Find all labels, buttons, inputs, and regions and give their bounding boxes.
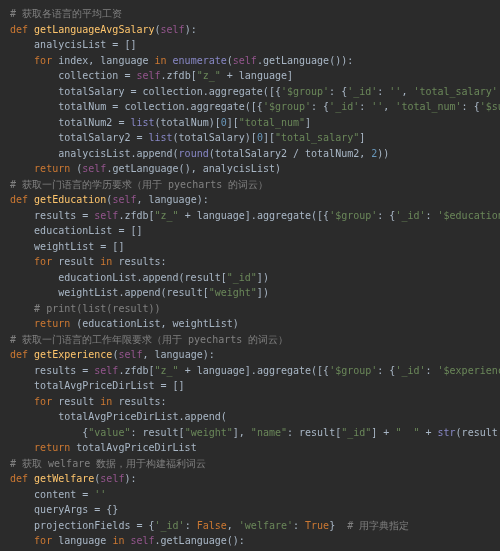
token-bool: False [197, 520, 227, 531]
token-kw: return [34, 442, 76, 453]
token-punc: .getLanguage(): [155, 535, 245, 546]
code-line[interactable]: totalNum2 = list(totalNum)[0]["total_num… [10, 115, 500, 131]
token-punc: educationList = [] [34, 225, 142, 236]
token-str: '$sum [480, 101, 500, 112]
code-line[interactable]: educationList.append(result["_id"]) [10, 270, 500, 286]
token-punc: ): [124, 473, 136, 484]
token-punc: .getLanguage(), analycisList) [106, 163, 281, 174]
token-cm: # 用字典指定 [347, 520, 409, 531]
token-str: "total_salary" [275, 132, 359, 143]
token-builtin: list [130, 117, 154, 128]
token-str: "value" [88, 427, 130, 438]
code-line[interactable]: weightList = [] [10, 239, 500, 255]
token-punc: (educationList, weightList) [76, 318, 239, 329]
token-fn: getEducation [34, 194, 106, 205]
token-param: self [82, 163, 106, 174]
code-line[interactable]: totalNum = collection.aggregate([{'$grou… [10, 99, 500, 115]
code-editor[interactable]: # 获取各语言的平均工资def getLanguageAvgSalary(sel… [0, 0, 500, 551]
token-builtin: round [179, 148, 209, 159]
token-str: '_id' [329, 101, 359, 112]
token-str: '$group' [329, 210, 377, 221]
token-punc: : { [462, 101, 480, 112]
code-line[interactable]: for index, language in enumerate(self.ge… [10, 53, 500, 69]
token-punc: , language): [143, 349, 215, 360]
code-line[interactable]: collection = self.zfdb["z_" + language] [10, 68, 500, 84]
token-punc: : [359, 101, 371, 112]
token-str: "_id" [227, 272, 257, 283]
token-builtin: str [438, 427, 456, 438]
code-line[interactable]: for language in self.getLanguage(): [10, 533, 500, 549]
code-line[interactable]: results = self.zfdb["z_" + language].agg… [10, 363, 500, 379]
code-line[interactable]: totalSalary2 = list(totalSalary)[0]["tot… [10, 130, 500, 146]
code-line[interactable]: return totalAvgPriceDirList [10, 440, 500, 456]
code-line[interactable]: return (educationList, weightList) [10, 316, 500, 332]
token-bool: True [305, 520, 329, 531]
token-punc: ][ [263, 132, 275, 143]
token-punc: .zfdb[ [161, 70, 197, 81]
token-punc: : result[ [287, 427, 341, 438]
code-line[interactable]: def getExperience(self, language): [10, 347, 500, 363]
token-str: "weight" [185, 427, 233, 438]
token-punc: totalSalary = collection.aggregate([{ [58, 86, 281, 97]
code-line[interactable]: # print(list(result)) [10, 301, 500, 317]
code-line[interactable]: def getEducation(self, language): [10, 192, 500, 208]
token-param: self [94, 210, 118, 221]
token-punc: ], [233, 427, 251, 438]
code-line[interactable]: for result in results: [10, 394, 500, 410]
token-fn: getWelfare [34, 473, 94, 484]
code-line[interactable]: {"value": result["weight"], "name": resu… [10, 425, 500, 441]
token-punc: } [329, 520, 347, 531]
code-line[interactable]: # 获取 welfare 数据，用于构建福利词云 [10, 456, 500, 472]
token-punc: , [227, 520, 239, 531]
token-fn: getExperience [34, 349, 112, 360]
token-punc: result [58, 396, 100, 407]
code-line[interactable]: analycisList = [] [10, 37, 500, 53]
token-kw: in [100, 256, 118, 267]
code-line[interactable]: content = '' [10, 487, 500, 503]
code-line[interactable]: def getLanguageAvgSalary(self): [10, 22, 500, 38]
token-kw: def [10, 473, 34, 484]
token-punc: + language].aggregate([{ [179, 365, 330, 376]
token-str: '_id' [395, 210, 425, 221]
token-punc: (totalSalary2 / totalNum2, [209, 148, 372, 159]
token-punc: weightList = [] [34, 241, 124, 252]
token-kw: in [112, 535, 130, 546]
token-punc: analycisList = [] [34, 39, 136, 50]
token-punc: : { [377, 210, 395, 221]
code-line[interactable]: results = self.zfdb["z_" + language].agg… [10, 208, 500, 224]
code-line[interactable]: # 获取一门语言的学历要求（用于 pyecharts 的词云） [10, 177, 500, 193]
token-punc: : [377, 86, 389, 97]
token-punc: ]) [257, 287, 269, 298]
token-cm: # 获取一门语言的学历要求（用于 pyecharts 的词云） [10, 179, 268, 190]
code-line[interactable]: totalAvgPriceDirList = [] [10, 378, 500, 394]
token-punc: results: [118, 256, 166, 267]
token-str: 'welfare' [239, 520, 293, 531]
code-line[interactable]: # 获取一门语言的工作年限要求（用于 pyecharts 的词云） [10, 332, 500, 348]
token-str: '' [94, 489, 106, 500]
code-line[interactable]: analycisList.append(round(totalSalary2 /… [10, 146, 500, 162]
token-str: '' [371, 101, 383, 112]
token-str: '$group' [329, 365, 377, 376]
code-line[interactable]: totalSalary = collection.aggregate([{'$g… [10, 84, 500, 100]
code-line[interactable]: queryArgs = {} [10, 502, 500, 518]
code-line[interactable]: def getWelfare(self): [10, 471, 500, 487]
token-punc: ][ [227, 117, 239, 128]
code-line[interactable]: weightList.append(result["weight"]) [10, 285, 500, 301]
token-punc: totalAvgPriceDirList = [] [34, 380, 185, 391]
code-line[interactable]: educationList = [] [10, 223, 500, 239]
code-line[interactable]: # 获取各语言的平均工资 [10, 6, 500, 22]
token-punc: weightList.append(result[ [58, 287, 209, 298]
token-punc: , [383, 101, 395, 112]
token-str: "name" [251, 427, 287, 438]
code-line[interactable]: projectionFields = {'_id': False, 'welfa… [10, 518, 500, 534]
token-str: '' [389, 86, 401, 97]
code-line[interactable]: for result in results: [10, 254, 500, 270]
token-punc: (totalSalary)[ [173, 132, 257, 143]
token-punc: projectionFields = { [34, 520, 154, 531]
code-line[interactable]: totalAvgPriceDirList.append( [10, 409, 500, 425]
code-line[interactable]: return (self.getLanguage(), analycisList… [10, 161, 500, 177]
token-punc: collection = [58, 70, 136, 81]
token-str: '_id' [347, 86, 377, 97]
token-punc: : [425, 210, 437, 221]
token-punc: : { [377, 365, 395, 376]
